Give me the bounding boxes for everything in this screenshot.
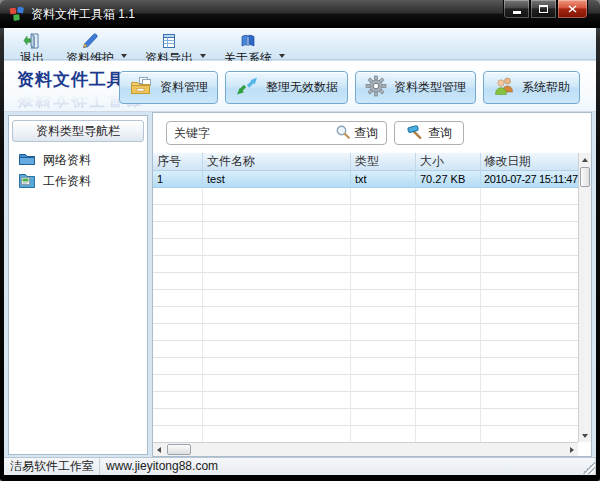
table-cell xyxy=(351,409,416,426)
titlebar[interactable]: 资料文件工具箱 1.1 xyxy=(0,0,600,28)
table-cell xyxy=(351,222,416,239)
table-empty-row xyxy=(153,222,578,239)
table-cell xyxy=(153,256,203,273)
keyword-field[interactable] xyxy=(167,126,333,140)
maximize-button[interactable] xyxy=(530,0,557,19)
minimize-button[interactable] xyxy=(503,0,530,19)
window-controls xyxy=(503,0,588,19)
sidebar-item-work-data[interactable]: 工作资料 xyxy=(9,171,147,192)
vertical-scroll-thumb[interactable] xyxy=(580,167,590,187)
header-buttons: 资料管理 整理无效数据 xyxy=(119,71,580,104)
table-cell xyxy=(153,409,203,426)
search-button-label: 查询 xyxy=(354,125,378,142)
table-cell xyxy=(153,222,203,239)
table-cell xyxy=(481,307,578,324)
sidebar-header[interactable]: 资料类型导航栏 xyxy=(12,120,144,142)
column-header[interactable]: 大小 xyxy=(416,153,481,171)
column-header[interactable]: 修改日期 xyxy=(481,153,578,171)
book-icon xyxy=(239,33,257,49)
table-empty-row xyxy=(153,375,578,392)
sidebar-item-label: 网络资料 xyxy=(43,152,91,169)
query-button-label: 查询 xyxy=(428,125,452,142)
table-empty-row xyxy=(153,290,578,307)
table-cell: txt xyxy=(351,171,416,188)
data-management-button[interactable]: 资料管理 xyxy=(119,71,218,104)
app-icon xyxy=(9,6,25,22)
table-cell xyxy=(481,358,578,375)
column-header[interactable]: 文件名称 xyxy=(203,153,351,171)
dropdown-arrow-icon[interactable] xyxy=(121,54,127,58)
scroll-up-button[interactable] xyxy=(579,153,591,166)
table-body: 1testtxt70.27 KB2010-07-27 15:11:47 xyxy=(153,171,578,442)
table-cell xyxy=(203,341,351,358)
table-cell xyxy=(203,239,351,256)
keyword-input[interactable]: 查询 xyxy=(166,121,387,145)
column-header[interactable]: 序号 xyxy=(153,153,203,171)
table-cell xyxy=(416,324,481,341)
horizontal-scroll-thumb[interactable] xyxy=(167,444,191,455)
system-help-button[interactable]: 系统帮助 xyxy=(483,71,580,104)
table-cell xyxy=(351,392,416,409)
gear-icon xyxy=(365,75,387,100)
file-table: 序号文件名称类型大小修改日期 1testtxt70.27 KB2010-07-2… xyxy=(153,153,578,442)
table-cell xyxy=(153,290,203,307)
table-cell xyxy=(153,205,203,222)
horizontal-scrollbar[interactable] xyxy=(153,442,578,456)
table-cell xyxy=(203,205,351,222)
table-cell xyxy=(203,307,351,324)
minimize-icon xyxy=(513,11,521,14)
table-cell: 70.27 KB xyxy=(416,171,481,188)
table-cell xyxy=(481,426,578,442)
column-header[interactable]: 类型 xyxy=(351,153,416,171)
table-cell xyxy=(203,324,351,341)
table-cell xyxy=(351,375,416,392)
table-cell xyxy=(481,324,578,341)
table-cell xyxy=(153,392,203,409)
table-cell: test xyxy=(203,171,351,188)
window-title: 资料文件工具箱 1.1 xyxy=(31,6,135,23)
table-cell xyxy=(416,290,481,307)
scroll-down-button[interactable] xyxy=(579,429,591,442)
table-cell xyxy=(481,239,578,256)
table-cell xyxy=(153,358,203,375)
table-cell xyxy=(416,375,481,392)
table-row[interactable]: 1testtxt70.27 KB2010-07-27 15:11:47 xyxy=(153,171,578,188)
table-empty-row xyxy=(153,205,578,222)
table-cell xyxy=(153,341,203,358)
table-cell: 2010-07-27 15:11:47 xyxy=(481,171,578,188)
table-cell xyxy=(481,188,578,205)
scroll-right-button[interactable] xyxy=(566,444,578,456)
table-empty-row xyxy=(153,426,578,442)
button-label: 资料类型管理 xyxy=(394,79,466,96)
query-button[interactable]: 查询 xyxy=(394,121,464,145)
vertical-scrollbar[interactable] xyxy=(578,153,591,442)
scroll-left-button[interactable] xyxy=(153,444,165,456)
clean-invalid-data-button[interactable]: 整理无效数据 xyxy=(225,71,348,104)
table-cell xyxy=(203,188,351,205)
close-button[interactable] xyxy=(557,0,588,19)
table-cell xyxy=(351,239,416,256)
data-type-management-button[interactable]: 资料类型管理 xyxy=(355,71,476,104)
search-icon xyxy=(335,124,351,143)
table-empty-row xyxy=(153,392,578,409)
export-icon xyxy=(160,33,178,49)
button-label: 系统帮助 xyxy=(522,79,570,96)
maximize-icon xyxy=(539,5,548,13)
table-cell xyxy=(203,256,351,273)
folder-icon xyxy=(129,76,153,99)
table-cell xyxy=(351,341,416,358)
sidebar-item-network-data[interactable]: 网络资料 xyxy=(9,150,147,171)
table-cell xyxy=(416,188,481,205)
table-cell xyxy=(416,239,481,256)
folder-blue-icon xyxy=(18,151,36,170)
main-panel: 查询 查询 序号文件名称类型大小修改日期 1testtxt70.27 KB201… xyxy=(152,112,592,457)
search-button[interactable]: 查询 xyxy=(333,124,386,143)
resize-grip[interactable] xyxy=(582,461,595,474)
table-cell xyxy=(481,409,578,426)
dropdown-arrow-icon[interactable] xyxy=(279,54,285,58)
dropdown-arrow-icon[interactable] xyxy=(200,54,206,58)
table-cell xyxy=(481,341,578,358)
table-empty-row xyxy=(153,273,578,290)
table-cell xyxy=(153,188,203,205)
table-header-row: 序号文件名称类型大小修改日期 xyxy=(153,153,578,171)
